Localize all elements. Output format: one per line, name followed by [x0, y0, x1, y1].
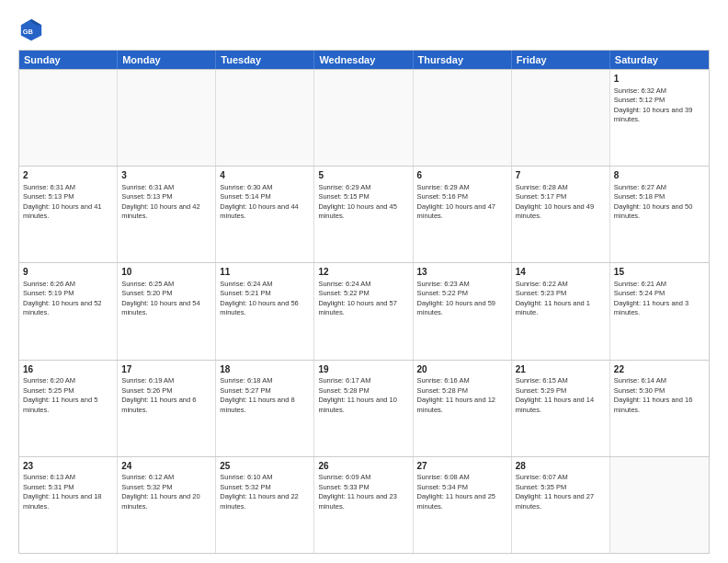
- day-number: 21: [516, 363, 606, 376]
- cal-week-4: 16Sunrise: 6:20 AM Sunset: 5:25 PM Dayli…: [19, 360, 709, 456]
- cal-header-thursday: Thursday: [414, 51, 512, 69]
- cal-cell-5: 5Sunrise: 6:29 AM Sunset: 5:15 PM Daylig…: [314, 167, 413, 262]
- cal-cell-17: 17Sunrise: 6:19 AM Sunset: 5:26 PM Dayli…: [118, 361, 216, 456]
- day-number: 11: [220, 266, 310, 279]
- header: GB: [18, 17, 710, 42]
- cal-header-saturday: Saturday: [610, 51, 709, 69]
- day-number: 16: [23, 363, 113, 376]
- day-number: 20: [417, 363, 507, 376]
- page: GB SundayMondayTuesdayWednesdayThursdayF…: [0, 0, 728, 563]
- cal-week-5: 23Sunrise: 6:13 AM Sunset: 5:31 PM Dayli…: [19, 456, 709, 553]
- day-number: 28: [516, 460, 606, 473]
- day-info: Sunrise: 6:13 AM Sunset: 5:31 PM Dayligh…: [23, 473, 113, 511]
- cal-cell-24: 24Sunrise: 6:12 AM Sunset: 5:32 PM Dayli…: [118, 457, 216, 553]
- day-info: Sunrise: 6:12 AM Sunset: 5:32 PM Dayligh…: [121, 473, 211, 511]
- day-number: 25: [220, 460, 310, 473]
- day-number: 13: [417, 266, 507, 279]
- cal-cell-14: 14Sunrise: 6:22 AM Sunset: 5:23 PM Dayli…: [512, 263, 610, 359]
- cal-cell-16: 16Sunrise: 6:20 AM Sunset: 5:25 PM Dayli…: [19, 361, 118, 456]
- cal-cell-empty-2: [216, 70, 314, 166]
- day-info: Sunrise: 6:20 AM Sunset: 5:25 PM Dayligh…: [23, 376, 113, 415]
- day-info: Sunrise: 6:23 AM Sunset: 5:22 PM Dayligh…: [417, 280, 507, 318]
- cal-cell-empty-6: [610, 457, 709, 553]
- cal-cell-27: 27Sunrise: 6:08 AM Sunset: 5:34 PM Dayli…: [414, 457, 512, 553]
- day-info: Sunrise: 6:24 AM Sunset: 5:21 PM Dayligh…: [220, 280, 310, 318]
- day-info: Sunrise: 6:15 AM Sunset: 5:29 PM Dayligh…: [516, 376, 606, 415]
- day-number: 22: [614, 363, 705, 376]
- day-number: 23: [23, 460, 113, 473]
- day-info: Sunrise: 6:14 AM Sunset: 5:30 PM Dayligh…: [614, 376, 705, 415]
- cal-cell-6: 6Sunrise: 6:29 AM Sunset: 5:16 PM Daylig…: [414, 167, 512, 262]
- day-number: 6: [417, 169, 507, 182]
- svg-text:GB: GB: [23, 28, 34, 36]
- day-number: 8: [614, 169, 705, 182]
- day-info: Sunrise: 6:29 AM Sunset: 5:15 PM Dayligh…: [318, 183, 408, 222]
- cal-cell-9: 9Sunrise: 6:26 AM Sunset: 5:19 PM Daylig…: [19, 263, 118, 359]
- day-number: 10: [121, 266, 211, 279]
- cal-cell-18: 18Sunrise: 6:18 AM Sunset: 5:27 PM Dayli…: [216, 361, 314, 456]
- day-number: 3: [121, 169, 211, 182]
- cal-week-2: 2Sunrise: 6:31 AM Sunset: 5:13 PM Daylig…: [19, 166, 709, 262]
- cal-cell-20: 20Sunrise: 6:16 AM Sunset: 5:28 PM Dayli…: [414, 361, 512, 456]
- cal-cell-25: 25Sunrise: 6:10 AM Sunset: 5:32 PM Dayli…: [216, 457, 314, 553]
- cal-cell-3: 3Sunrise: 6:31 AM Sunset: 5:13 PM Daylig…: [118, 167, 216, 262]
- day-number: 5: [318, 169, 408, 182]
- day-number: 17: [121, 363, 211, 376]
- day-info: Sunrise: 6:18 AM Sunset: 5:27 PM Dayligh…: [220, 376, 310, 415]
- cal-cell-empty-1: [118, 70, 216, 166]
- cal-cell-19: 19Sunrise: 6:17 AM Sunset: 5:28 PM Dayli…: [314, 361, 413, 456]
- day-number: 15: [614, 266, 705, 279]
- day-number: 2: [23, 169, 113, 182]
- day-number: 1: [614, 73, 705, 86]
- cal-cell-15: 15Sunrise: 6:21 AM Sunset: 5:24 PM Dayli…: [610, 263, 709, 359]
- day-info: Sunrise: 6:09 AM Sunset: 5:33 PM Dayligh…: [318, 473, 408, 511]
- cal-cell-13: 13Sunrise: 6:23 AM Sunset: 5:22 PM Dayli…: [414, 263, 512, 359]
- day-number: 12: [318, 266, 408, 279]
- cal-cell-4: 4Sunrise: 6:30 AM Sunset: 5:14 PM Daylig…: [216, 167, 314, 262]
- cal-cell-22: 22Sunrise: 6:14 AM Sunset: 5:30 PM Dayli…: [610, 361, 709, 456]
- cal-header-friday: Friday: [512, 51, 610, 69]
- day-number: 4: [220, 169, 310, 182]
- cal-cell-7: 7Sunrise: 6:28 AM Sunset: 5:17 PM Daylig…: [512, 167, 610, 262]
- day-info: Sunrise: 6:08 AM Sunset: 5:34 PM Dayligh…: [417, 473, 507, 511]
- cal-cell-21: 21Sunrise: 6:15 AM Sunset: 5:29 PM Dayli…: [512, 361, 610, 456]
- day-info: Sunrise: 6:07 AM Sunset: 5:35 PM Dayligh…: [516, 473, 606, 511]
- cal-header-tuesday: Tuesday: [216, 51, 314, 69]
- cal-cell-empty-5: [512, 70, 610, 166]
- cal-week-3: 9Sunrise: 6:26 AM Sunset: 5:19 PM Daylig…: [19, 262, 709, 359]
- calendar-body: 1Sunrise: 6:32 AM Sunset: 5:12 PM Daylig…: [19, 69, 709, 553]
- cal-header-sunday: Sunday: [19, 51, 118, 69]
- calendar: SundayMondayTuesdayWednesdayThursdayFrid…: [18, 50, 710, 554]
- day-number: 26: [318, 460, 408, 473]
- calendar-header-row: SundayMondayTuesdayWednesdayThursdayFrid…: [19, 51, 709, 69]
- cal-cell-12: 12Sunrise: 6:24 AM Sunset: 5:22 PM Dayli…: [314, 263, 413, 359]
- day-info: Sunrise: 6:31 AM Sunset: 5:13 PM Dayligh…: [121, 183, 211, 222]
- cal-cell-empty-3: [314, 70, 413, 166]
- day-info: Sunrise: 6:27 AM Sunset: 5:18 PM Dayligh…: [614, 183, 705, 222]
- cal-cell-2: 2Sunrise: 6:31 AM Sunset: 5:13 PM Daylig…: [19, 167, 118, 262]
- day-info: Sunrise: 6:28 AM Sunset: 5:17 PM Dayligh…: [516, 183, 606, 222]
- day-number: 7: [516, 169, 606, 182]
- cal-cell-10: 10Sunrise: 6:25 AM Sunset: 5:20 PM Dayli…: [118, 263, 216, 359]
- day-number: 24: [121, 460, 211, 473]
- cal-header-wednesday: Wednesday: [314, 51, 413, 69]
- logo: GB: [18, 17, 48, 42]
- cal-cell-empty-0: [19, 70, 118, 166]
- day-info: Sunrise: 6:25 AM Sunset: 5:20 PM Dayligh…: [121, 280, 211, 318]
- day-info: Sunrise: 6:10 AM Sunset: 5:32 PM Dayligh…: [220, 473, 310, 511]
- cal-cell-23: 23Sunrise: 6:13 AM Sunset: 5:31 PM Dayli…: [19, 457, 118, 553]
- cal-cell-26: 26Sunrise: 6:09 AM Sunset: 5:33 PM Dayli…: [314, 457, 413, 553]
- day-info: Sunrise: 6:31 AM Sunset: 5:13 PM Dayligh…: [23, 183, 113, 222]
- day-info: Sunrise: 6:32 AM Sunset: 5:12 PM Dayligh…: [614, 86, 705, 125]
- day-number: 18: [220, 363, 310, 376]
- day-number: 19: [318, 363, 408, 376]
- day-number: 14: [516, 266, 606, 279]
- day-number: 27: [417, 460, 507, 473]
- day-info: Sunrise: 6:21 AM Sunset: 5:24 PM Dayligh…: [614, 280, 705, 318]
- cal-cell-11: 11Sunrise: 6:24 AM Sunset: 5:21 PM Dayli…: [216, 263, 314, 359]
- cal-cell-28: 28Sunrise: 6:07 AM Sunset: 5:35 PM Dayli…: [512, 457, 610, 553]
- cal-cell-1: 1Sunrise: 6:32 AM Sunset: 5:12 PM Daylig…: [610, 70, 709, 166]
- day-info: Sunrise: 6:17 AM Sunset: 5:28 PM Dayligh…: [318, 376, 408, 415]
- day-info: Sunrise: 6:30 AM Sunset: 5:14 PM Dayligh…: [220, 183, 310, 222]
- cal-cell-8: 8Sunrise: 6:27 AM Sunset: 5:18 PM Daylig…: [610, 167, 709, 262]
